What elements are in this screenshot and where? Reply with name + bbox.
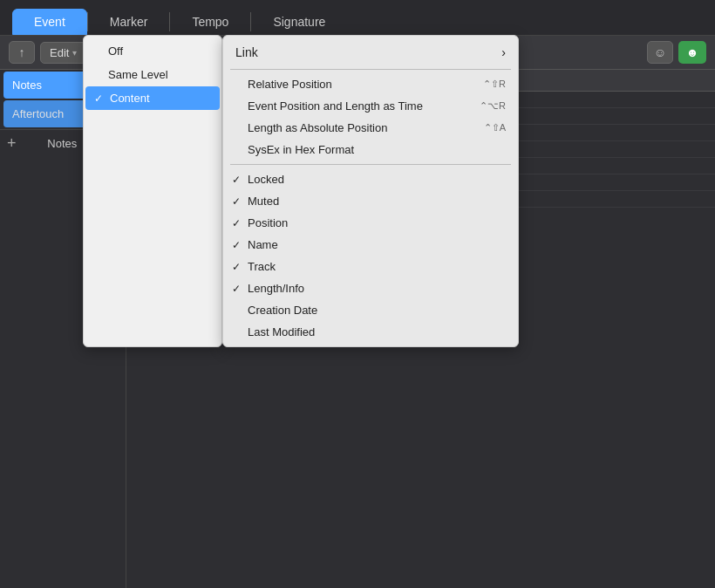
menu-item-position[interactable]: Position xyxy=(223,212,518,234)
right-menu: Link › Relative Position ⌃⇧R Event Posit… xyxy=(222,35,519,347)
tab-bar: Event Marker Tempo Signature xyxy=(0,0,715,36)
event-pos-length-label: Event Position and Length as Time xyxy=(248,99,423,113)
emoji-button[interactable]: ☻ xyxy=(678,41,706,64)
edit-dropdown[interactable]: Edit ▾ xyxy=(40,42,86,64)
up-button[interactable]: ↑ xyxy=(9,41,35,64)
menu-item-locked[interactable]: Locked xyxy=(223,168,518,190)
menu-item-name[interactable]: Name xyxy=(223,234,518,256)
menu-item-sysex-hex[interactable]: SysEx in Hex Format xyxy=(223,139,518,161)
tab-tempo[interactable]: Tempo xyxy=(170,9,250,35)
length-absolute-label: Length as Absolute Position xyxy=(248,121,387,134)
menu-item-relative-pos[interactable]: Relative Position ⌃⇧R xyxy=(223,73,518,95)
menu-item-muted[interactable]: Muted xyxy=(223,190,518,212)
up-icon: ↑ xyxy=(19,45,25,59)
relative-pos-label: Relative Position xyxy=(248,78,332,91)
menu-item-off-label: Off xyxy=(108,44,123,58)
menu-divider-mid xyxy=(230,164,511,165)
menu-item-last-modified[interactable]: Last Modified xyxy=(223,321,518,343)
menu-item-length-info[interactable]: Length/Info xyxy=(223,277,518,299)
edit-chevron-icon: ▾ xyxy=(72,48,77,58)
length-info-label: Length/Info xyxy=(248,282,304,295)
last-modified-label: Last Modified xyxy=(248,325,315,338)
length-absolute-shortcut: ⌃⇧A xyxy=(484,122,506,133)
creation-date-label: Creation Date xyxy=(248,304,317,317)
link-label: Link xyxy=(235,45,258,59)
track-label: Track xyxy=(248,260,276,273)
muted-label: Muted xyxy=(248,195,279,208)
dropdown-overlay: Off Same Level Content Link › Relative P… xyxy=(83,35,519,347)
tab-event[interactable]: Event xyxy=(12,9,87,35)
edit-label: Edit xyxy=(50,46,69,59)
menu-item-event-pos-length[interactable]: Event Position and Length as Time ⌃⌥R xyxy=(223,95,518,117)
face-icon: ☺ xyxy=(654,45,666,59)
sysex-hex-label: SysEx in Hex Format xyxy=(248,143,354,156)
locked-label: Locked xyxy=(248,173,284,186)
tab-signature[interactable]: Signature xyxy=(251,9,347,35)
menu-item-length-absolute[interactable]: Length as Absolute Position ⌃⇧A xyxy=(223,117,518,139)
add-button[interactable]: + xyxy=(7,135,17,151)
face-button[interactable]: ☺ xyxy=(647,41,673,64)
menu-item-creation-date[interactable]: Creation Date xyxy=(223,299,518,321)
position-label: Position xyxy=(248,216,288,229)
left-menu: Off Same Level Content xyxy=(83,35,222,347)
menu-item-off[interactable]: Off xyxy=(84,39,221,63)
menu-divider-top xyxy=(230,69,511,70)
name-label: Name xyxy=(248,238,278,251)
event-pos-length-shortcut: ⌃⌥R xyxy=(480,100,506,112)
tab-marker[interactable]: Marker xyxy=(88,9,170,35)
emoji-icon: ☻ xyxy=(686,45,699,59)
menu-item-same-level[interactable]: Same Level xyxy=(84,63,221,86)
menu-item-link[interactable]: Link › xyxy=(223,39,518,65)
menu-item-content[interactable]: Content xyxy=(85,86,220,110)
relative-pos-shortcut: ⌃⇧R xyxy=(483,79,506,90)
menu-item-content-label: Content xyxy=(110,92,150,105)
menu-item-same-level-label: Same Level xyxy=(108,68,168,81)
link-arrow-icon: › xyxy=(501,45,506,59)
menu-item-track[interactable]: Track xyxy=(223,256,518,277)
